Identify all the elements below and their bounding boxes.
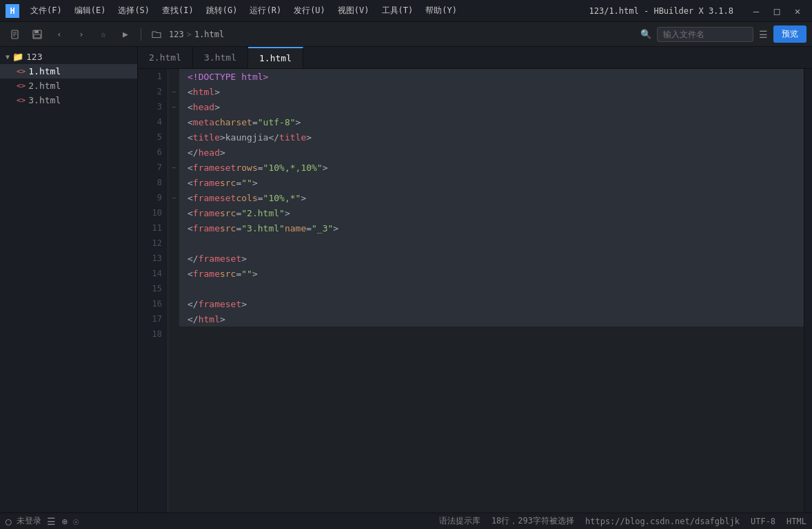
- code-line-10[interactable]: <frame src="2.html" >: [179, 205, 804, 220]
- code-line-1[interactable]: <!DOCTYPE html>: [179, 69, 804, 84]
- status-url: https://blog.csdn.net/dsafgbljk: [585, 517, 740, 526]
- sidebar-item-1.html[interactable]: <> 1.html: [0, 64, 137, 79]
- line-number-2: 2: [138, 84, 168, 99]
- line-number-4: 4: [138, 114, 168, 129]
- status-right: 语法提示库 18行，293字符被选择 https://blog.csdn.net…: [439, 515, 806, 527]
- fold-indicator-13: [168, 251, 179, 266]
- line-number-1: 1: [138, 69, 168, 84]
- folder-icon[interactable]: [147, 25, 166, 43]
- code-editor[interactable]: 123456789101112131415161718 −−−− <!DOCTY…: [138, 69, 804, 512]
- fold-indicator-18: [168, 326, 179, 342]
- code-line-2[interactable]: <html>: [179, 84, 804, 99]
- line-number-7: 7: [138, 160, 168, 175]
- file-label: 1.html: [28, 66, 61, 76]
- editor-area: 2.html3.html1.html 123456789101112131415…: [138, 47, 812, 512]
- fold-indicator-1: [168, 69, 179, 84]
- preview-button[interactable]: 预览: [773, 25, 806, 43]
- code-line-3[interactable]: <head>: [179, 99, 804, 114]
- line-number-14: 14: [138, 266, 168, 281]
- status-add-icon[interactable]: ⊕: [61, 516, 67, 527]
- line-number-6: 6: [138, 145, 168, 160]
- code-line-18[interactable]: [179, 326, 804, 342]
- favorite-button[interactable]: ☆: [94, 25, 113, 43]
- save-button[interactable]: [28, 25, 47, 43]
- line-number-13: 13: [138, 251, 168, 266]
- code-line-15[interactable]: [179, 281, 804, 296]
- new-file-button[interactable]: [6, 25, 25, 43]
- status-filetype: HTML: [786, 517, 806, 526]
- status-position: 18行，293字符被选择: [491, 515, 574, 527]
- code-line-6[interactable]: </head>: [179, 145, 804, 160]
- status-hint: 语法提示库: [439, 515, 480, 527]
- status-globe-icon[interactable]: ☉: [73, 516, 79, 527]
- menu-item[interactable]: 发行(U): [288, 2, 331, 19]
- tab-2.html[interactable]: 2.html: [138, 47, 193, 68]
- breadcrumb-sep1: >: [187, 30, 192, 39]
- forward-button[interactable]: ›: [72, 25, 91, 43]
- sidebar-item-2.html[interactable]: <> 2.html: [0, 79, 137, 93]
- code-line-4[interactable]: <meta charset="utf-8">: [179, 114, 804, 129]
- fold-indicator-8: [168, 175, 179, 190]
- line-number-12: 12: [138, 236, 168, 251]
- fold-indicator-9[interactable]: −: [168, 190, 179, 205]
- fold-indicator-6: [168, 145, 179, 160]
- file-label: 3.html: [28, 95, 61, 105]
- code-line-17[interactable]: </html>: [179, 311, 804, 326]
- fold-indicator-15: [168, 281, 179, 296]
- fold-indicator-3[interactable]: −: [168, 99, 179, 114]
- menu-item[interactable]: 视图(V): [332, 2, 375, 19]
- line-number-5: 5: [138, 129, 168, 145]
- code-lines[interactable]: <!DOCTYPE html><html> <head> <meta chars…: [179, 69, 804, 512]
- menu-item[interactable]: 跳转(G): [201, 2, 243, 19]
- line-number-15: 15: [138, 281, 168, 296]
- search-input[interactable]: [657, 27, 753, 42]
- close-button[interactable]: ✕: [789, 4, 806, 18]
- minimize-button[interactable]: —: [747, 4, 765, 18]
- html-icon: <>: [17, 96, 26, 105]
- fold-indicator-7[interactable]: −: [168, 160, 179, 175]
- fold-indicator-12: [168, 236, 179, 251]
- run-button[interactable]: ▶: [116, 25, 135, 43]
- code-line-7[interactable]: <frameset rows="10%,*,10%">: [179, 160, 804, 175]
- tab-3.html[interactable]: 3.html: [193, 47, 248, 68]
- tab-bar: 2.html3.html1.html: [138, 47, 812, 69]
- tree-folder-123[interactable]: ▼ 📁 123: [0, 50, 137, 64]
- menu-item[interactable]: 运行(R): [244, 2, 287, 19]
- status-login-icon[interactable]: ◯: [6, 516, 11, 527]
- code-line-11[interactable]: <frame src="3.html" name="_3" >: [179, 220, 804, 236]
- tab-1.html[interactable]: 1.html: [248, 47, 303, 68]
- line-numbers: 123456789101112131415161718: [138, 69, 168, 512]
- status-list-icon[interactable]: ☰: [47, 516, 56, 527]
- line-number-11: 11: [138, 220, 168, 236]
- fold-indicator-2[interactable]: −: [168, 84, 179, 99]
- html-icon: <>: [17, 81, 26, 90]
- breadcrumb-file[interactable]: 1.html: [194, 30, 224, 39]
- code-line-13[interactable]: </frameset>: [179, 251, 804, 266]
- code-line-14[interactable]: <frame src="" >: [179, 266, 804, 281]
- scrollbar[interactable]: [804, 69, 812, 512]
- menu-item[interactable]: 文件(F): [25, 2, 68, 19]
- window-title: 123/1.html - HBuilder X 3.1.8: [589, 6, 733, 16]
- code-line-5[interactable]: <title>kaungjia</title>: [179, 129, 804, 145]
- menu-bar: 文件(F)编辑(E)选择(S)查找(I)跳转(G)运行(R)发行(U)视图(V)…: [25, 2, 575, 19]
- code-line-8[interactable]: <frame src="" >: [179, 175, 804, 190]
- code-line-9[interactable]: <frameset cols="10%,*">: [179, 190, 804, 205]
- code-line-12[interactable]: [179, 236, 804, 251]
- file-label: 2.html: [28, 81, 61, 91]
- fold-indicator-10: [168, 205, 179, 220]
- maximize-button[interactable]: □: [768, 4, 786, 18]
- sidebar-item-3.html[interactable]: <> 3.html: [0, 93, 137, 107]
- fold-indicator-17: [168, 311, 179, 326]
- sidebar: ▼ 📁 123 <> 1.html<> 2.html<> 3.html: [0, 47, 138, 512]
- breadcrumb-folder[interactable]: 123: [169, 30, 184, 39]
- filter-icon[interactable]: ☰: [759, 29, 768, 40]
- menu-item[interactable]: 工具(T): [376, 2, 419, 19]
- menu-item[interactable]: 查找(I): [156, 2, 199, 19]
- back-button[interactable]: ‹: [50, 25, 69, 43]
- menu-item[interactable]: 选择(S): [112, 2, 155, 19]
- toolbar-right: 🔍 ☰ 预览: [640, 25, 806, 43]
- menu-item[interactable]: 编辑(E): [69, 2, 112, 19]
- menu-item[interactable]: 帮助(Y): [420, 2, 463, 19]
- line-number-8: 8: [138, 175, 168, 190]
- code-line-16[interactable]: </frameset>: [179, 296, 804, 311]
